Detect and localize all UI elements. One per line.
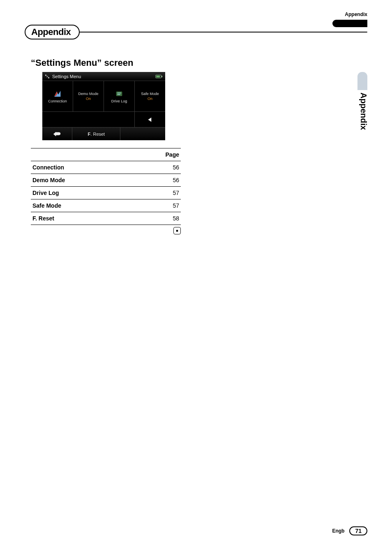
screenshot-prev-arrow-cell	[134, 112, 166, 127]
screenshot-title-left: Settings Menu	[45, 74, 81, 79]
section-heading: “Settings Menu” screen	[31, 58, 133, 68]
screenshot-row2	[42, 111, 165, 127]
connection-label: Connection	[48, 99, 67, 103]
table-row: Drive Log 57	[31, 187, 181, 199]
page-reference-table: Page Connection 56 Demo Mode 56 Drive Lo…	[31, 148, 181, 225]
table-row: Safe Mode 57	[31, 199, 181, 212]
svg-rect-3	[116, 92, 122, 96]
side-tab-text: Appendix	[359, 93, 368, 130]
table-row-label: Demo Mode	[31, 174, 132, 187]
screenshot-row2-blank	[42, 112, 134, 127]
screenshot-cell-demo-mode: Demo Mode On	[73, 81, 104, 111]
table-row: Demo Mode 56	[31, 174, 181, 187]
triangle-left-icon	[147, 116, 153, 123]
table-row: F. Reset 58	[31, 212, 181, 225]
chapter-title-tab: Appendix	[25, 25, 80, 39]
screenshot-cell-safe-mode: Safe Mode On	[135, 81, 165, 111]
section-heading-suffix: ” screen	[97, 58, 133, 68]
screenshot-back-cell	[42, 127, 72, 140]
screenshot-title-text: Settings Menu	[52, 74, 81, 79]
table-row-page: 56	[132, 174, 181, 187]
svg-rect-1	[161, 76, 162, 77]
svg-rect-4	[117, 93, 121, 93]
screenshot-cell-connection: Connection	[42, 81, 73, 111]
chapter-title-text: Appendix	[31, 27, 71, 37]
drive-log-icon	[115, 89, 124, 98]
screenshot-bottom-bar: F. Reset	[42, 127, 165, 140]
battery-icon	[155, 74, 163, 79]
screenshot-bottom-spacer	[120, 127, 165, 140]
chapter-title-row: Appendix	[25, 25, 367, 39]
table-row: Connection 56	[31, 161, 181, 174]
svg-rect-2	[156, 75, 160, 77]
screenshot-grid: Connection Demo Mode On Drive Log Safe M…	[42, 81, 165, 111]
footer-language: Engb	[332, 528, 344, 534]
table-row-page: 56	[132, 161, 181, 174]
table-row-page: 58	[132, 212, 181, 225]
back-arrow-icon	[53, 131, 62, 137]
table-header-page: Page	[132, 148, 181, 161]
table-row-page: 57	[132, 199, 181, 212]
screenshot-freset-cell: F. Reset	[72, 127, 120, 140]
side-tab-pill	[357, 72, 367, 90]
safe-mode-value: On	[148, 97, 152, 101]
table-row-label: Safe Mode	[31, 199, 132, 212]
table-row-label: Drive Log	[31, 187, 132, 199]
section-end-marker: ■	[173, 227, 181, 234]
screenshot-cell-drive-log: Drive Log	[104, 81, 135, 111]
settings-menu-screenshot: Settings Menu Connection Demo Mode On	[42, 72, 165, 140]
header-section-label: Appendix	[345, 12, 367, 17]
table-row-label: F. Reset	[31, 212, 132, 225]
screenshot-titlebar: Settings Menu	[42, 72, 165, 81]
freset-prefix: F	[88, 132, 91, 137]
settings-icon	[45, 74, 50, 79]
demo-mode-value: On	[86, 97, 91, 101]
freset-rest: . Reset	[90, 132, 105, 137]
connection-icon	[53, 89, 62, 98]
page-footer: Engb 71	[332, 526, 367, 535]
chapter-title-rule	[75, 32, 367, 33]
section-heading-quote-open: “	[31, 58, 35, 68]
section-heading-term: Settings Menu	[35, 58, 97, 68]
svg-rect-5	[117, 94, 120, 95]
safe-mode-label: Safe Mode	[141, 92, 159, 96]
demo-mode-label: Demo Mode	[78, 92, 98, 96]
drive-log-label: Drive Log	[111, 99, 127, 103]
table-row-label: Connection	[31, 161, 132, 174]
footer-page-number: 71	[349, 526, 367, 535]
table-header-empty	[31, 148, 132, 161]
table-row-page: 57	[132, 187, 181, 199]
